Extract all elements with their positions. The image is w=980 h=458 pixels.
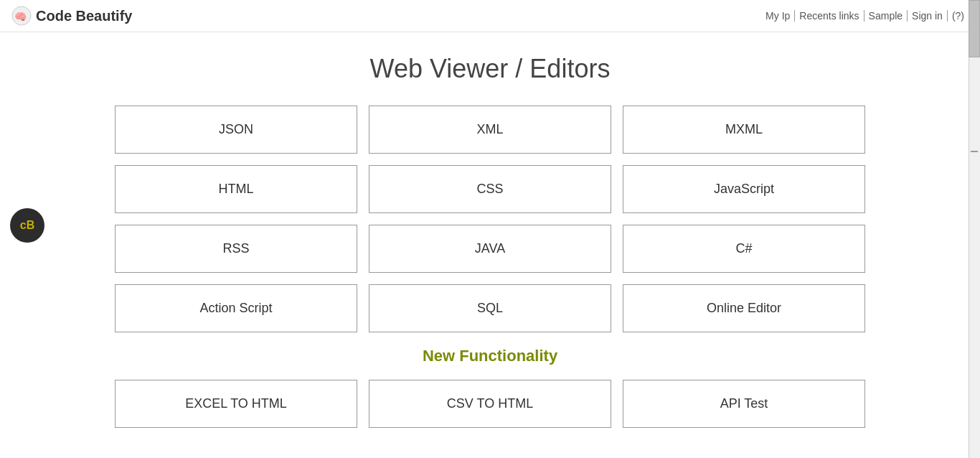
btn-html[interactable]: HTML <box>115 165 357 213</box>
new-functionality-label: New Functionality <box>115 347 865 365</box>
btn-java[interactable]: JAVA <box>369 225 611 273</box>
logo-area: 🧠 Code Beautify <box>11 6 132 26</box>
btn-csv-to-html[interactable]: CSV TO HTML <box>369 380 611 428</box>
btn-mxml[interactable]: MXML <box>623 106 865 154</box>
scrollbar-track <box>969 0 980 458</box>
logo-text: Code Beautify <box>36 8 132 24</box>
page-title: Web Viewer / Editors <box>115 54 865 84</box>
btn-css[interactable]: CSS <box>369 165 611 213</box>
btn-sql[interactable]: SQL <box>369 284 611 332</box>
logo-icon: 🧠 <box>11 6 32 26</box>
scrollbar-line <box>971 151 978 152</box>
nav-my-ip[interactable]: My Ip <box>761 10 795 22</box>
btn-action-script[interactable]: Action Script <box>115 284 357 332</box>
main-grid: JSON XML MXML HTML CSS JavaScript RSS JA… <box>115 106 865 332</box>
nav-links: My Ip Recents links Sample Sign in (?) <box>761 10 969 22</box>
nav-recents-links[interactable]: Recents links <box>795 10 864 22</box>
nav-sample[interactable]: Sample <box>864 10 908 22</box>
new-functionality-grid: EXCEL TO HTML CSV TO HTML API Test <box>115 380 865 428</box>
cb-badge[interactable]: cB <box>10 208 44 243</box>
svg-text:🧠: 🧠 <box>14 11 27 23</box>
btn-api-test[interactable]: API Test <box>623 380 865 428</box>
btn-rss[interactable]: RSS <box>115 225 357 273</box>
main-content: Web Viewer / Editors JSON XML MXML HTML … <box>0 32 980 458</box>
nav-help[interactable]: (?) <box>948 10 969 22</box>
btn-csharp[interactable]: C# <box>623 225 865 273</box>
btn-javascript[interactable]: JavaScript <box>623 165 865 213</box>
btn-excel-to-html[interactable]: EXCEL TO HTML <box>115 380 357 428</box>
scrollbar-thumb[interactable] <box>969 0 980 57</box>
btn-json[interactable]: JSON <box>115 106 357 154</box>
btn-online-editor[interactable]: Online Editor <box>623 284 865 332</box>
nav-sign-in[interactable]: Sign in <box>908 10 948 22</box>
header: 🧠 Code Beautify My Ip Recents links Samp… <box>0 0 980 32</box>
btn-xml[interactable]: XML <box>369 106 611 154</box>
